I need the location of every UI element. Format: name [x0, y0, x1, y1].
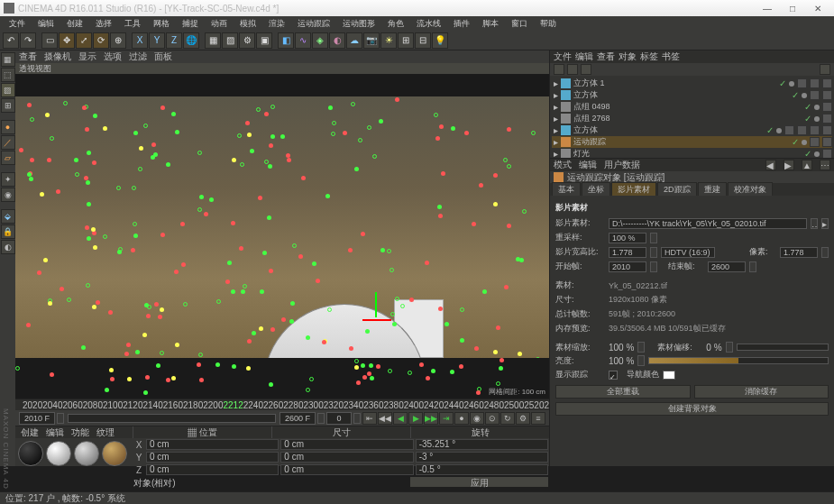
search-icon[interactable]: [554, 64, 564, 75]
object-tag[interactable]: [822, 149, 832, 158]
pos-input[interactable]: 0 cm: [146, 452, 279, 463]
undo-button[interactable]: ↶: [3, 32, 19, 49]
menu-item[interactable]: 流水线: [411, 18, 446, 30]
generator-button[interactable]: ◈: [312, 32, 328, 49]
attribute-tab[interactable]: 影片素材: [611, 182, 656, 197]
menu-item[interactable]: 插件: [448, 18, 475, 30]
aspect-input[interactable]: 1.778: [609, 247, 646, 258]
offset-slider[interactable]: [737, 344, 829, 351]
spin-button[interactable]: [726, 342, 733, 353]
menu-item[interactable]: 捕捉: [177, 18, 204, 30]
attr-tab-edit[interactable]: 编辑: [579, 159, 597, 171]
object-tag[interactable]: [797, 78, 807, 88]
coord-mode-select[interactable]: 对象(相对): [133, 477, 408, 487]
material-tab[interactable]: 编辑: [46, 426, 64, 439]
object-manager-tab[interactable]: 对象: [619, 50, 637, 63]
object-tree-row[interactable]: ▸点组 2768✓: [552, 113, 832, 124]
lightbulb-button[interactable]: 💡: [432, 32, 448, 49]
menu-item[interactable]: 脚本: [477, 18, 504, 30]
show-track-checkbox[interactable]: [609, 371, 618, 380]
menu-item[interactable]: 网格: [148, 18, 175, 30]
aspect-preset-select[interactable]: HDTV (16:9): [661, 247, 715, 258]
brightness-slider[interactable]: [648, 357, 829, 364]
transport-button[interactable]: ◀: [393, 412, 408, 425]
locked-button[interactable]: 🔒: [1, 225, 15, 239]
menu-item[interactable]: 窗口: [506, 18, 533, 30]
spin-button[interactable]: [637, 355, 645, 366]
transport-button[interactable]: ⇥: [439, 412, 454, 425]
start-frame-input[interactable]: 2010: [609, 261, 646, 272]
size-input[interactable]: 0 cm: [280, 464, 413, 475]
pixel-input[interactable]: 1.778: [780, 247, 818, 258]
viewport-menu-item[interactable]: 查看: [19, 50, 37, 63]
object-tree-row[interactable]: ▸点组 0498✓: [552, 101, 832, 113]
transport-button[interactable]: ◉: [470, 412, 484, 425]
spin-button[interactable]: [317, 413, 325, 424]
viewport-menu-item[interactable]: 过滤: [129, 50, 147, 63]
material-slot[interactable]: [18, 441, 43, 466]
menu-item[interactable]: 创建: [61, 18, 88, 30]
polygon-mode-button[interactable]: ▱: [1, 151, 15, 165]
menu-item[interactable]: 帮助: [535, 18, 562, 30]
object-tree-row[interactable]: ▸立方体✓: [552, 124, 832, 136]
timeline-slider[interactable]: [68, 414, 276, 423]
up-button[interactable]: ▲: [802, 160, 812, 170]
minimize-button[interactable]: —: [755, 1, 780, 15]
transport-button[interactable]: ⚙: [516, 412, 530, 425]
object-tag[interactable]: [822, 102, 832, 112]
spline-button[interactable]: ∿: [295, 32, 311, 49]
spin-button[interactable]: [650, 247, 657, 258]
filter-icon[interactable]: [567, 64, 578, 75]
spin-button[interactable]: [650, 233, 657, 243]
viewport-solo-button[interactable]: ◉: [1, 188, 15, 202]
timeline-ruler[interactable]: 2020204020602080210021202140216021802200…: [15, 399, 549, 410]
material-slot[interactable]: [46, 441, 71, 466]
object-manager-tab[interactable]: 标签: [640, 50, 658, 63]
material-tab[interactable]: 纹理: [96, 426, 115, 439]
edge-mode-button[interactable]: ／: [1, 135, 15, 150]
workplane-button[interactable]: ⊞: [1, 98, 15, 113]
picture-viewer-button[interactable]: ▣: [256, 32, 272, 49]
object-tag[interactable]: [810, 125, 820, 135]
object-manager-tab[interactable]: 文件: [554, 50, 572, 63]
material-slot[interactable]: [74, 441, 99, 466]
prev-button[interactable]: ◀: [765, 160, 776, 170]
axis-x-button[interactable]: X: [132, 32, 148, 49]
menu-item[interactable]: 动画: [206, 18, 233, 30]
tag-button[interactable]: ⊞: [398, 32, 414, 49]
close-button[interactable]: ✕: [805, 1, 830, 15]
menu-item[interactable]: 选择: [90, 18, 117, 30]
viewport-menu-item[interactable]: 摄像机: [44, 50, 71, 63]
object-tree-row[interactable]: ▸立方体✓: [552, 89, 832, 101]
object-tag[interactable]: [822, 125, 832, 135]
coord-system-button[interactable]: 🌐: [183, 32, 199, 49]
menu-button[interactable]: ⋯: [820, 160, 830, 170]
object-tag[interactable]: [822, 90, 832, 100]
viewport-menu-item[interactable]: 选项: [104, 50, 122, 63]
menu-item[interactable]: 模拟: [234, 18, 261, 30]
transport-button[interactable]: ◀◀: [378, 412, 392, 425]
object-tree-row[interactable]: ▸灯光✓: [552, 148, 832, 158]
rot-input[interactable]: -35.251 °: [416, 439, 548, 450]
scale-tool[interactable]: ⤢: [76, 32, 92, 49]
light-button[interactable]: ☀: [380, 32, 397, 49]
object-mode-button[interactable]: ⬚: [1, 68, 15, 82]
object-manager-tab[interactable]: 查看: [597, 50, 615, 63]
rot-input[interactable]: -0.5 °: [416, 464, 548, 475]
snap-button[interactable]: ⬙: [1, 209, 15, 224]
enable-axis-button[interactable]: ✦: [1, 172, 15, 187]
transport-button[interactable]: ⊙: [485, 412, 499, 425]
attr-tab-userdata[interactable]: 用户数据: [604, 159, 640, 171]
primitive-button[interactable]: ◧: [278, 32, 294, 49]
attr-tab-mode[interactable]: 模式: [554, 159, 572, 171]
soft-select-button[interactable]: ◐: [1, 240, 15, 254]
transport-button[interactable]: ▶▶: [424, 412, 438, 425]
clear-button[interactable]: ▸: [821, 218, 829, 229]
attribute-tab[interactable]: 坐标: [582, 182, 610, 197]
rot-input[interactable]: -3 °: [416, 452, 548, 463]
object-manager-tab[interactable]: 书签: [662, 50, 680, 63]
rotate-tool[interactable]: ⟳: [93, 32, 109, 49]
object-tag[interactable]: [797, 125, 807, 135]
pos-input[interactable]: 0 cm: [146, 464, 279, 475]
spin-button[interactable]: [650, 261, 657, 272]
